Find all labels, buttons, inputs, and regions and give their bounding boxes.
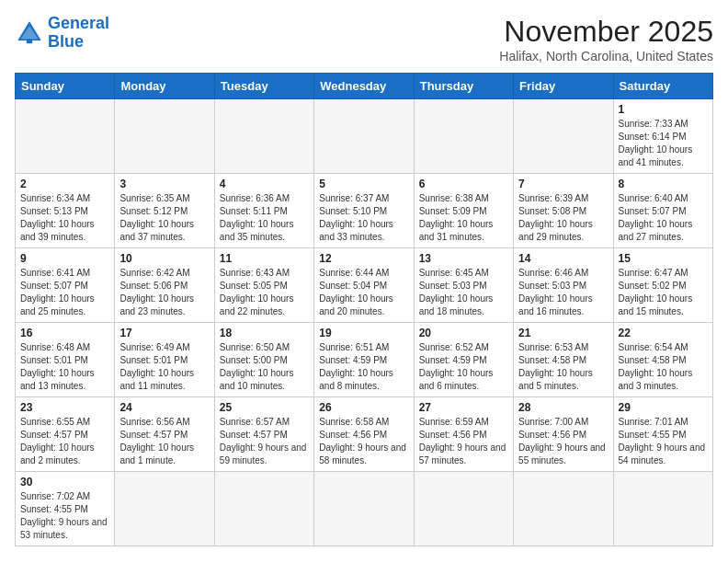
weekday-header-tuesday: Tuesday — [214, 74, 313, 99]
empty-cell — [214, 99, 313, 174]
day-cell-29: 29Sunrise: 7:01 AM Sunset: 4:55 PM Dayli… — [613, 397, 712, 472]
day-info: Sunrise: 6:42 AM Sunset: 5:06 PM Dayligh… — [119, 267, 209, 318]
empty-cell — [514, 472, 613, 546]
day-info: Sunrise: 6:41 AM Sunset: 5:07 PM Dayligh… — [20, 267, 109, 318]
day-cell-16: 16Sunrise: 6:48 AM Sunset: 5:01 PM Dayli… — [16, 323, 115, 397]
day-cell-19: 19Sunrise: 6:51 AM Sunset: 4:59 PM Dayli… — [314, 323, 414, 397]
empty-cell — [314, 99, 414, 174]
day-info: Sunrise: 6:39 AM Sunset: 5:08 PM Dayligh… — [518, 192, 608, 244]
empty-cell — [16, 99, 115, 174]
calendar-row-5: 23Sunrise: 6:55 AM Sunset: 4:57 PM Dayli… — [16, 397, 713, 472]
empty-cell — [314, 472, 414, 546]
day-info: Sunrise: 6:56 AM Sunset: 4:57 PM Dayligh… — [119, 416, 209, 467]
day-cell-3: 3Sunrise: 6:35 AM Sunset: 5:12 PM Daylig… — [115, 174, 214, 248]
day-number: 7 — [518, 178, 608, 190]
day-cell-27: 27Sunrise: 6:59 AM Sunset: 4:56 PM Dayli… — [414, 397, 513, 472]
day-cell-15: 15Sunrise: 6:47 AM Sunset: 5:02 PM Dayli… — [613, 248, 712, 323]
logo-icon — [15, 18, 44, 48]
day-cell-9: 9Sunrise: 6:41 AM Sunset: 5:07 PM Daylig… — [16, 248, 115, 323]
calendar-row-6: 30Sunrise: 7:02 AM Sunset: 4:55 PM Dayli… — [16, 472, 713, 546]
day-cell-24: 24Sunrise: 6:56 AM Sunset: 4:57 PM Dayli… — [115, 397, 214, 472]
day-cell-28: 28Sunrise: 7:00 AM Sunset: 4:56 PM Dayli… — [514, 397, 613, 472]
logo-text: GeneralBlue — [48, 15, 109, 52]
day-info: Sunrise: 6:57 AM Sunset: 4:57 PM Dayligh… — [220, 416, 309, 467]
day-number: 19 — [319, 327, 408, 339]
weekday-header-friday: Friday — [514, 74, 613, 99]
day-cell-11: 11Sunrise: 6:43 AM Sunset: 5:05 PM Dayli… — [214, 248, 313, 323]
empty-cell — [414, 99, 513, 174]
logo: GeneralBlue — [15, 15, 109, 52]
day-cell-14: 14Sunrise: 6:46 AM Sunset: 5:03 PM Dayli… — [514, 248, 613, 323]
day-number: 4 — [220, 178, 309, 190]
calendar-row-2: 2Sunrise: 6:34 AM Sunset: 5:13 PM Daylig… — [16, 174, 713, 248]
weekday-header-saturday: Saturday — [613, 74, 712, 99]
day-info: Sunrise: 6:35 AM Sunset: 5:12 PM Dayligh… — [119, 192, 209, 244]
weekday-header-monday: Monday — [115, 74, 214, 99]
day-info: Sunrise: 6:34 AM Sunset: 5:13 PM Dayligh… — [20, 192, 109, 244]
day-info: Sunrise: 7:02 AM Sunset: 4:55 PM Dayligh… — [20, 490, 109, 542]
day-number: 24 — [119, 401, 209, 414]
day-number: 28 — [518, 401, 608, 414]
day-info: Sunrise: 6:52 AM Sunset: 4:59 PM Dayligh… — [419, 341, 508, 393]
day-info: Sunrise: 6:47 AM Sunset: 5:02 PM Dayligh… — [619, 267, 708, 318]
day-number: 29 — [619, 401, 708, 414]
day-info: Sunrise: 6:55 AM Sunset: 4:57 PM Dayligh… — [20, 416, 109, 467]
header: GeneralBlue November 2025 Halifax, North… — [15, 15, 713, 63]
weekday-header-thursday: Thursday — [414, 74, 513, 99]
day-info: Sunrise: 6:45 AM Sunset: 5:03 PM Dayligh… — [419, 267, 508, 318]
day-cell-7: 7Sunrise: 6:39 AM Sunset: 5:08 PM Daylig… — [514, 174, 613, 248]
day-info: Sunrise: 6:43 AM Sunset: 5:05 PM Dayligh… — [220, 267, 309, 318]
day-cell-17: 17Sunrise: 6:49 AM Sunset: 5:01 PM Dayli… — [115, 323, 214, 397]
day-cell-12: 12Sunrise: 6:44 AM Sunset: 5:04 PM Dayli… — [314, 248, 414, 323]
day-cell-6: 6Sunrise: 6:38 AM Sunset: 5:09 PM Daylig… — [414, 174, 513, 248]
calendar-row-1: 1Sunrise: 7:33 AM Sunset: 6:14 PM Daylig… — [16, 99, 713, 174]
day-info: Sunrise: 7:33 AM Sunset: 6:14 PM Dayligh… — [619, 118, 708, 169]
day-number: 6 — [419, 178, 508, 190]
empty-cell — [613, 472, 712, 546]
empty-cell — [214, 472, 313, 546]
empty-cell — [115, 472, 214, 546]
day-info: Sunrise: 6:40 AM Sunset: 5:07 PM Dayligh… — [619, 192, 708, 244]
day-cell-26: 26Sunrise: 6:58 AM Sunset: 4:56 PM Dayli… — [314, 397, 414, 472]
day-cell-30: 30Sunrise: 7:02 AM Sunset: 4:55 PM Dayli… — [16, 472, 115, 546]
day-number: 8 — [619, 178, 708, 190]
day-cell-2: 2Sunrise: 6:34 AM Sunset: 5:13 PM Daylig… — [16, 174, 115, 248]
calendar-row-4: 16Sunrise: 6:48 AM Sunset: 5:01 PM Dayli… — [16, 323, 713, 397]
day-number: 9 — [20, 252, 109, 265]
day-number: 14 — [518, 252, 608, 265]
svg-rect-2 — [27, 39, 32, 43]
day-cell-10: 10Sunrise: 6:42 AM Sunset: 5:06 PM Dayli… — [115, 248, 214, 323]
day-cell-8: 8Sunrise: 6:40 AM Sunset: 5:07 PM Daylig… — [613, 174, 712, 248]
day-info: Sunrise: 6:38 AM Sunset: 5:09 PM Dayligh… — [419, 192, 508, 244]
empty-cell — [514, 99, 613, 174]
day-cell-22: 22Sunrise: 6:54 AM Sunset: 4:58 PM Dayli… — [613, 323, 712, 397]
day-info: Sunrise: 6:50 AM Sunset: 5:00 PM Dayligh… — [220, 341, 309, 393]
day-info: Sunrise: 6:54 AM Sunset: 4:58 PM Dayligh… — [619, 341, 708, 393]
day-number: 10 — [119, 252, 209, 265]
calendar-table: SundayMondayTuesdayWednesdayThursdayFrid… — [15, 73, 713, 546]
day-info: Sunrise: 6:53 AM Sunset: 4:58 PM Dayligh… — [518, 341, 608, 393]
day-number: 16 — [20, 327, 109, 339]
day-info: Sunrise: 6:36 AM Sunset: 5:11 PM Dayligh… — [220, 192, 309, 244]
day-number: 27 — [419, 401, 508, 414]
day-number: 12 — [319, 252, 408, 265]
day-cell-18: 18Sunrise: 6:50 AM Sunset: 5:00 PM Dayli… — [214, 323, 313, 397]
day-info: Sunrise: 6:44 AM Sunset: 5:04 PM Dayligh… — [319, 267, 408, 318]
day-info: Sunrise: 6:46 AM Sunset: 5:03 PM Dayligh… — [518, 267, 608, 318]
day-number: 2 — [20, 178, 109, 190]
empty-cell — [414, 472, 513, 546]
day-info: Sunrise: 6:59 AM Sunset: 4:56 PM Dayligh… — [419, 416, 508, 467]
day-number: 1 — [619, 103, 708, 116]
day-cell-4: 4Sunrise: 6:36 AM Sunset: 5:11 PM Daylig… — [214, 174, 313, 248]
day-info: Sunrise: 6:49 AM Sunset: 5:01 PM Dayligh… — [119, 341, 209, 393]
day-number: 5 — [319, 178, 408, 190]
day-cell-1: 1Sunrise: 7:33 AM Sunset: 6:14 PM Daylig… — [613, 99, 712, 174]
day-number: 17 — [119, 327, 209, 339]
day-number: 25 — [220, 401, 309, 414]
location-title: Halifax, North Carolina, United States — [499, 49, 713, 63]
day-cell-25: 25Sunrise: 6:57 AM Sunset: 4:57 PM Dayli… — [214, 397, 313, 472]
day-info: Sunrise: 6:37 AM Sunset: 5:10 PM Dayligh… — [319, 192, 408, 244]
day-number: 26 — [319, 401, 408, 414]
title-area: November 2025 Halifax, North Carolina, U… — [499, 15, 713, 63]
day-number: 11 — [220, 252, 309, 265]
